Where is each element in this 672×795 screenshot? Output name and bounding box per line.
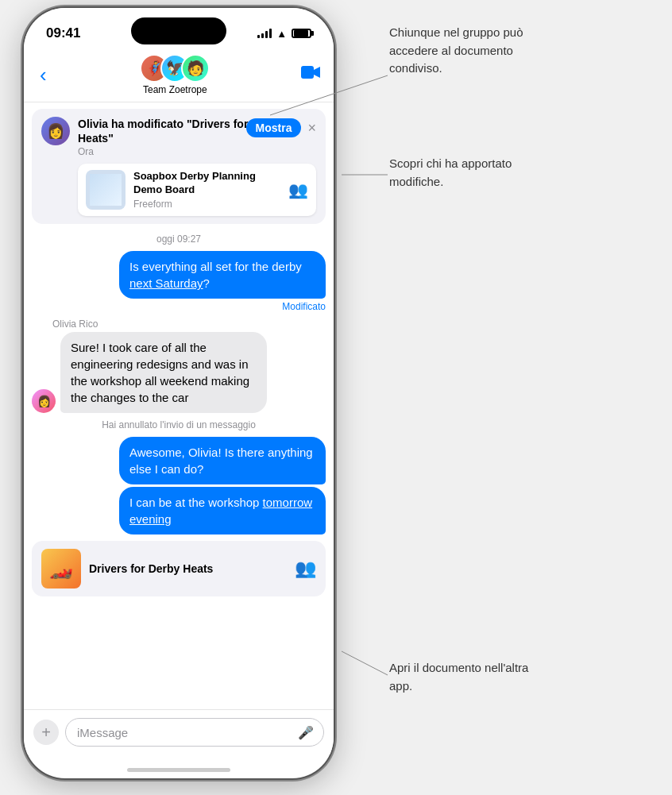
annotation-2: Scopri chi ha apportato modifiche. [389, 155, 548, 191]
messages-area[interactable]: 👩 Olivia ha modificato "Drivers for Derb… [24, 102, 334, 724]
status-time: 09:41 [46, 25, 80, 41]
wifi-icon: ▲ [276, 28, 287, 40]
back-button[interactable]: ‹ [37, 60, 50, 91]
show-button[interactable]: Mostra [246, 118, 302, 137]
olivia-avatar: 👩 [32, 389, 56, 413]
bubble-sent: Awesome, Olivia! Is there anything else … [119, 437, 326, 484]
card-subtitle: Freeform [133, 199, 280, 210]
signal-icon [257, 29, 272, 38]
modified-label: Modificato [24, 301, 326, 312]
input-bar: + iMessage 🎤 [24, 709, 334, 754]
status-icons: ▲ [257, 28, 311, 40]
close-button[interactable]: × [307, 120, 316, 137]
video-call-button[interactable] [300, 64, 321, 85]
message-input[interactable]: iMessage 🎤 [65, 718, 324, 747]
add-attachment-button[interactable]: + [33, 720, 59, 745]
annotation-1: Chiunque nel gruppo può accedere al docu… [389, 24, 548, 78]
bubble-sent: I can be at the workshop tomorrow evenin… [119, 487, 326, 535]
timestamp: oggi 09:27 [24, 233, 334, 245]
notification-avatar: 👩 [41, 117, 70, 145]
phone-frame: 09:41 ▲ ‹ 🦸 🦅 🧑 Team Zoetrope [24, 8, 334, 778]
avatar-3: 🧑 [181, 54, 210, 83]
battery-icon [292, 29, 311, 38]
input-placeholder: iMessage [77, 726, 128, 739]
notification-card[interactable]: Soapbox Derby Planning Demo Board Freefo… [78, 164, 316, 216]
svg-rect-0 [301, 66, 314, 79]
doc-info: Drivers for Derby Heats [89, 562, 287, 576]
bubble-sent: Is everything all set for the derby next… [119, 251, 326, 299]
sender-name: Olivia Rico [52, 318, 334, 330]
system-message: Hai annullato l'invio di un messaggio [40, 419, 318, 430]
nav-header: ‹ 🦸 🦅 🧑 Team Zoetrope [24, 48, 334, 102]
svg-line-3 [342, 651, 388, 675]
card-title: Soapbox Derby Planning Demo Board [133, 170, 280, 197]
doc-title: Drivers for Derby Heats [89, 562, 287, 576]
derby-thumbnail: 🏎️ [41, 549, 81, 589]
doc-people-icon[interactable]: 👥 [295, 558, 316, 579]
message-row: Is everything all set for the derby next… [32, 251, 326, 299]
people-icon: 👥 [288, 180, 308, 199]
annotation-3: Apri il documento nell'altra app. [389, 659, 548, 695]
notification-banner: 👩 Olivia ha modificato "Drivers for Derb… [32, 109, 326, 224]
microphone-icon[interactable]: 🎤 [298, 725, 314, 740]
group-info[interactable]: 🦸 🦅 🧑 Team Zoetrope [140, 54, 210, 95]
bubble-received: Sure! I took care of all the engineering… [60, 332, 267, 413]
notification-card-info: Soapbox Derby Planning Demo Board Freefo… [133, 170, 280, 210]
home-indicator [127, 768, 230, 772]
freeform-thumbnail [86, 170, 126, 210]
message-row: I can be at the workshop tomorrow evenin… [32, 487, 326, 535]
message-row: Awesome, Olivia! Is there anything else … [32, 437, 326, 484]
group-avatars: 🦸 🦅 🧑 [140, 54, 210, 83]
message-row: 👩 Sure! I took care of all the engineeri… [32, 332, 326, 413]
shared-doc-card[interactable]: 🏎️ Drivers for Derby Heats 👥 [32, 541, 326, 596]
notification-actions: Mostra × [246, 118, 316, 137]
dynamic-island [131, 17, 226, 44]
group-name: Team Zoetrope [143, 84, 207, 95]
notification-time: Ora [78, 146, 316, 157]
